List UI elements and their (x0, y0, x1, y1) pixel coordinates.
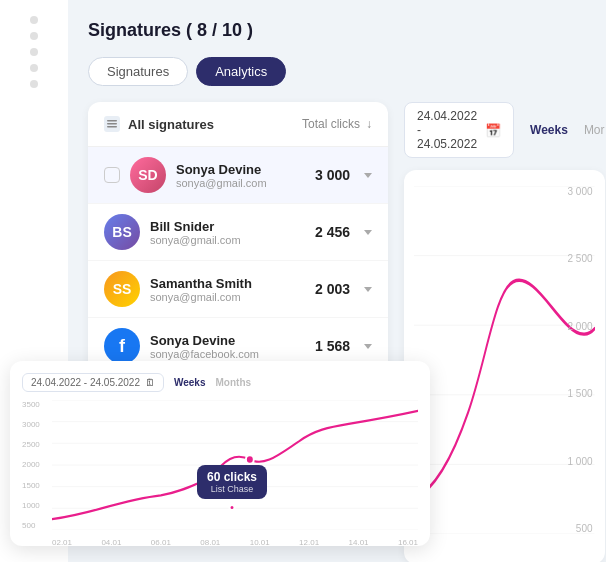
tooltip-clicks: 60 clicks (207, 470, 257, 484)
mini-chart-header: 24.04.2022 - 24.05.2022 🗓 Weeks Months (22, 373, 418, 392)
mini-date-range[interactable]: 24.04.2022 - 24.05.2022 🗓 (22, 373, 164, 392)
tabs-row: Signatures Analytics (88, 57, 586, 86)
signatures-panel: All signatures Total clicks ↓ SD Sonya D… (88, 102, 388, 374)
sig-email: sonya@facebook.com (150, 348, 300, 360)
tooltip: 60 clicks List Chase (197, 465, 267, 499)
panel-header: All signatures Total clicks ↓ (88, 102, 388, 147)
sig-clicks: 2 003 (310, 281, 350, 297)
y-label: 2 000 (568, 321, 593, 332)
chevron-down-icon[interactable] (364, 173, 372, 178)
mini-calendar-icon: 🗓 (145, 377, 155, 388)
y-label: 3 000 (568, 186, 593, 197)
mini-chart-container: 3500 3000 2500 2000 1500 1000 500 60 cli… (22, 400, 418, 530)
mini-period-weeks[interactable]: Weeks (174, 377, 206, 388)
mini-date-range-label: 24.04.2022 - 24.05.2022 (31, 377, 140, 388)
tooltip-label: List Chase (207, 484, 257, 494)
sidebar-item (30, 64, 38, 72)
mini-period-months[interactable]: Months (216, 377, 252, 388)
list-icon (104, 116, 120, 132)
date-range-label: 24.04.2022 - 24.05.2022 (417, 109, 477, 151)
avatar: f (104, 328, 140, 364)
sig-name: Bill Snider (150, 219, 300, 234)
sig-name: Sonya Devine (150, 333, 300, 348)
avatar: SD (130, 157, 166, 193)
sidebar-item (30, 80, 38, 88)
sig-clicks: 1 568 (310, 338, 350, 354)
y-label: 1 500 (568, 388, 593, 399)
sort-label: Total clicks (302, 117, 360, 131)
calendar-icon: 📅 (485, 123, 501, 138)
sort-icon: ↓ (366, 117, 372, 131)
chevron-down-icon[interactable] (364, 344, 372, 349)
period-weeks-button[interactable]: Weeks (524, 119, 574, 141)
avatar: BS (104, 214, 140, 250)
chevron-down-icon[interactable] (364, 230, 372, 235)
sig-email: sonya@gmail.com (150, 291, 300, 303)
table-row[interactable]: BS Bill Snider sonya@gmail.com 2 456 (88, 204, 388, 261)
sig-info: Bill Snider sonya@gmail.com (150, 219, 300, 246)
panel-header-left: All signatures (104, 116, 214, 132)
table-row[interactable]: SS Samantha Smith sonya@gmail.com 2 003 (88, 261, 388, 318)
chart-controls: 24.04.2022 - 24.05.2022 📅 Weeks Mor (404, 102, 605, 158)
tab-signatures[interactable]: Signatures (88, 57, 188, 86)
y-label: 2 500 (568, 253, 593, 264)
y-label: 500 (576, 523, 593, 534)
sig-clicks: 3 000 (310, 167, 350, 183)
sig-name: Sonya Devine (176, 162, 300, 177)
sig-info: Sonya Devine sonya@facebook.com (150, 333, 300, 360)
sig-email: sonya@gmail.com (176, 177, 300, 189)
avatar: SS (104, 271, 140, 307)
y-axis: 3 000 2 500 2 000 1 500 1 000 500 (568, 186, 593, 534)
sig-clicks: 2 456 (310, 224, 350, 240)
table-row[interactable]: SD Sonya Devine sonya@gmail.com 3 000 (88, 147, 388, 204)
chevron-down-icon[interactable] (364, 287, 372, 292)
page-title: Signatures ( 8 / 10 ) (88, 20, 586, 41)
mini-chart: 24.04.2022 - 24.05.2022 🗓 Weeks Months 3… (10, 361, 430, 546)
tab-analytics[interactable]: Analytics (196, 57, 286, 86)
sig-name: Samantha Smith (150, 276, 300, 291)
tooltip-dot (229, 504, 236, 511)
svg-rect-0 (107, 120, 117, 122)
svg-point-16 (246, 455, 254, 464)
sidebar-item (30, 48, 38, 56)
panel-header-right[interactable]: Total clicks ↓ (302, 117, 372, 131)
all-signatures-label: All signatures (128, 117, 214, 132)
more-button[interactable]: Mor (584, 123, 605, 137)
chart-area: 3 000 2 500 2 000 1 500 1 000 500 (404, 170, 605, 562)
sig-email: sonya@gmail.com (150, 234, 300, 246)
svg-rect-1 (107, 123, 117, 125)
sidebar-item (30, 16, 38, 24)
sig-info: Sonya Devine sonya@gmail.com (176, 162, 300, 189)
row-checkbox[interactable] (104, 167, 120, 183)
y-label: 1 000 (568, 456, 593, 467)
chart-panel: 24.04.2022 - 24.05.2022 📅 Weeks Mor 3 00… (404, 102, 605, 562)
sidebar-item (30, 32, 38, 40)
sig-info: Samantha Smith sonya@gmail.com (150, 276, 300, 303)
date-range-button[interactable]: 24.04.2022 - 24.05.2022 📅 (404, 102, 514, 158)
svg-rect-2 (107, 126, 117, 128)
